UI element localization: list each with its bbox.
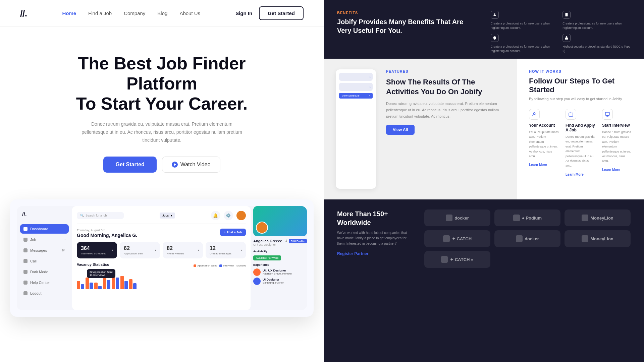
how-step-2-learn-more[interactable]: Learn More [566, 173, 584, 176]
benefit-text-3: Create a professional cv for new users w… [491, 45, 559, 53]
nav-actions: Sign In Get Started [235, 6, 304, 20]
db-nav-job[interactable]: Job › [20, 235, 69, 244]
db-greeting: Good Morning, Angelica G. [77, 233, 137, 238]
docker-icon-2 [516, 235, 523, 242]
left-panel: //. Home Find a Job Company Blog About U… [0, 0, 324, 362]
nav-find-job[interactable]: Find a Job [88, 10, 112, 16]
schedule-button-preview: View Schedule › [339, 93, 373, 99]
exp-dot-1 [253, 268, 261, 276]
stat-interviews: 364 Interviews Scheduled › [77, 242, 117, 258]
nav-about-link[interactable]: About Us [179, 10, 200, 16]
stat-applications: 62 Application Sent › [120, 242, 160, 258]
db-availability-badge: Available For Work [253, 255, 281, 260]
how-step-3-title: Start Interview [602, 123, 632, 128]
user-avatar-button[interactable] [236, 211, 246, 220]
edit-profile-button[interactable]: Edit Profile [289, 239, 307, 243]
hero-watch-video-button[interactable]: Watch Video [162, 157, 220, 173]
help-nav-icon [23, 281, 28, 285]
db-profile-role: UI / UX Designer [253, 243, 282, 246]
how-step-2: Find And Apply A Job Donec rutrum gravid… [566, 109, 595, 177]
benefit-text-1: Create a professional cv for new users w… [491, 21, 559, 30]
interview-step-icon [602, 109, 613, 120]
hero-get-started-button[interactable]: Get Started [103, 157, 156, 173]
svg-point-0 [494, 13, 495, 15]
db-nav-logout[interactable]: Logout [20, 289, 69, 298]
db-date: Thursday, August 3rd [77, 229, 137, 232]
nav-blog[interactable]: Blog [157, 10, 167, 16]
how-step-1-desc: Est au vulputate mass aon. Pretium eleme… [529, 130, 559, 159]
benefits-tag: BENEFITS [337, 11, 477, 15]
partner-catch: ✦ CATCH [424, 230, 490, 247]
how-step-2-title: Find And Apply A Job [566, 123, 595, 132]
how-step-1-title: Your Account [529, 123, 559, 128]
logo: //. [20, 8, 27, 19]
how-steps: Your Account Est au vulputate mass aon. … [529, 109, 632, 177]
svg-point-5 [533, 113, 535, 114]
dashboard-nav-icon [23, 227, 28, 231]
benefit-text-4: Highest security protocol as standard (S… [562, 45, 631, 53]
docker-icon [446, 215, 452, 221]
db-greeting-area: Thursday, August 3rd Good Morning, Angel… [77, 229, 137, 238]
account-step-icon [529, 109, 540, 120]
jobs-dropdown[interactable]: Jobs ▾ [160, 213, 175, 219]
svg-rect-4 [565, 38, 568, 40]
benefits-left: BENEFITS Jobify Provides Many Benefits T… [337, 11, 477, 48]
benefits-grid: Create a professional cv for new users w… [491, 11, 631, 48]
nav-company-link[interactable]: Company [124, 10, 145, 16]
how-step-1-learn-more[interactable]: Learn More [529, 163, 547, 167]
chart-tooltip: 62 Application Sent 11 Interviews [87, 269, 115, 278]
dashboard-inner: //. Dashboard Job › Messages 84 C [17, 206, 307, 310]
features-section: › › View Schedule › FEATURES Show The Re… [324, 59, 517, 199]
db-nav-call[interactable]: Call [20, 256, 69, 266]
features-title: Show The Results Of The Activities You D… [386, 77, 504, 97]
navbar: //. Home Find a Job Company Blog About U… [0, 0, 324, 27]
nav-find-job-link[interactable]: Find a Job [88, 10, 112, 16]
db-profile-panel: Angelica Greece UI / UX Designer ⬇ Edit … [253, 206, 307, 310]
svg-rect-6 [569, 113, 573, 116]
call-nav-icon [23, 259, 28, 263]
vacancy-header: Vacancy Statistics Application Sent Inte… [77, 262, 246, 269]
catch-e-icon [441, 256, 448, 263]
dashboard-preview: //. Dashboard Job › Messages 84 C [10, 199, 314, 317]
hero-title: The Best Job Finder Platform To Start Yo… [58, 54, 266, 114]
nav-company[interactable]: Company [124, 10, 145, 16]
db-nav-dashboard[interactable]: Dashboard [20, 224, 69, 234]
db-nav-darkmode[interactable]: Dark Mode [20, 267, 69, 277]
how-subtitle: By following our step you will easy to g… [529, 97, 632, 101]
how-step-3-learn-more[interactable]: Learn More [602, 168, 620, 172]
features-content: FEATURES Show The Results Of The Activit… [386, 69, 504, 189]
partners-desc: We've worked with hand lots of companies… [337, 230, 411, 246]
stat-messages: 12 Unread Messages › [206, 242, 246, 258]
download-profile-icon[interactable]: ⬇ [285, 239, 287, 243]
settings-button[interactable]: ⚙️ [224, 211, 233, 220]
db-search-bar[interactable]: 🔍 Search for a job [77, 212, 124, 219]
chart-legend: Application Sent Interview Monthly [194, 264, 246, 267]
sign-in-button[interactable]: Sign In [235, 10, 252, 16]
post-job-button[interactable]: + Post a Job [220, 229, 246, 236]
get-started-nav-button[interactable]: Get Started [259, 6, 304, 20]
search-icon: 🔍 [80, 214, 84, 217]
nav-about[interactable]: About Us [179, 10, 200, 16]
moneylion-icon [582, 215, 588, 221]
svg-rect-7 [605, 112, 609, 115]
benefit-text-2: Create a professional cv for new users w… [562, 21, 631, 30]
features-desc: Donec rutrum gravida eu, vulputate massa… [386, 101, 504, 119]
notifications-button[interactable]: 🔔 [211, 211, 220, 220]
how-step-2-desc: Donec rutrum gravida eu, vulputate massa… [566, 134, 595, 168]
partner-docker-2: docker [494, 230, 560, 247]
db-nav-messages[interactable]: Messages 84 [20, 246, 69, 255]
db-sidebar: //. Dashboard Job › Messages 84 C [17, 206, 72, 310]
register-partner-button[interactable]: Register Partner [337, 251, 368, 256]
db-header: Thursday, August 3rd Good Morning, Angel… [77, 229, 246, 238]
job-nav-icon [23, 238, 28, 242]
nav-home[interactable]: Home [62, 10, 76, 16]
right-middle-section: › › View Schedule › FEATURES Show The Re… [324, 59, 644, 199]
benefits-section: BENEFITS Jobify Provides Many Benefits T… [324, 0, 644, 59]
db-nav-help[interactable]: Help Center [20, 278, 69, 287]
how-step-3-desc: Donec rutrum gravida eu, vulputate masse… [602, 130, 632, 164]
view-all-button[interactable]: View All [386, 125, 415, 135]
nav-home-link[interactable]: Home [62, 10, 76, 16]
how-title: Follow Our Steps To Get Started [529, 77, 632, 94]
nav-blog-link[interactable]: Blog [157, 10, 167, 16]
messages-nav-icon [23, 248, 28, 252]
